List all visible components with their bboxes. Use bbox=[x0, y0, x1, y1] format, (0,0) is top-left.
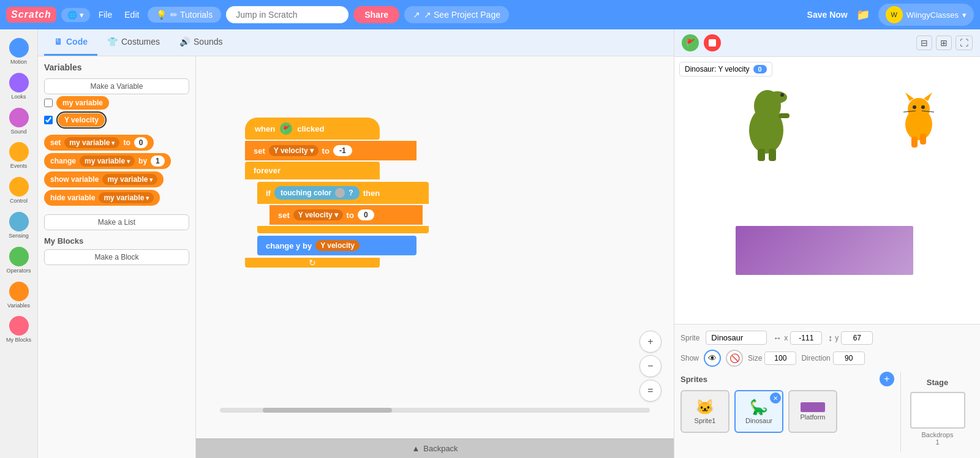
sprite-name-input[interactable] bbox=[706, 331, 767, 345]
svg-rect-6 bbox=[778, 113, 790, 118]
platform-icon bbox=[801, 402, 825, 412]
tab-code[interactable]: 🖥 Code bbox=[44, 29, 97, 56]
svg-point-3 bbox=[780, 93, 784, 97]
block-panel-title: Variables bbox=[44, 62, 189, 72]
shrink-stage-button[interactable]: ⊟ bbox=[916, 36, 932, 50]
if-block-header[interactable]: if touching color ? then bbox=[257, 182, 429, 204]
show-visible-button[interactable]: 👁 bbox=[704, 350, 721, 367]
stage-side-label: Stage bbox=[927, 378, 948, 387]
share-button[interactable]: Share bbox=[353, 6, 399, 23]
change-var-dropdown-icon bbox=[127, 157, 130, 165]
project-name-input[interactable] bbox=[226, 6, 349, 23]
sprite-item-platform[interactable]: Platform bbox=[788, 390, 837, 433]
clicked-label: clicked bbox=[297, 124, 324, 133]
see-project-button[interactable]: ↗ ↗ See Project Page bbox=[404, 6, 509, 23]
sidebar-item-myblocks[interactable]: My Blocks bbox=[1, 312, 37, 347]
yvel2-dropdown-icon: ▾ bbox=[334, 211, 338, 219]
tab-sounds[interactable]: 🔊 Sounds bbox=[170, 29, 232, 56]
horizontal-scrollbar[interactable] bbox=[220, 408, 650, 413]
platform-sprite bbox=[736, 226, 913, 275]
tutorials-button[interactable]: 💡 ✏ Tutorials bbox=[148, 7, 221, 23]
backpack-arrow-icon: ▲ bbox=[412, 444, 420, 453]
control-dot bbox=[9, 177, 29, 197]
add-sprite-button[interactable]: + bbox=[880, 372, 894, 386]
my-blocks-title: My Blocks bbox=[44, 236, 189, 246]
sprite-list-header: Sprites + bbox=[680, 372, 894, 386]
svg-point-8 bbox=[908, 98, 930, 120]
change-y-block[interactable]: change y by Y velocity bbox=[257, 236, 417, 255]
yvelocity-var-pill: Y velocity ▾ bbox=[269, 145, 318, 156]
code-area: when 🚩 clicked set Y velocity ▾ to -1 bbox=[196, 56, 674, 458]
save-now-button[interactable]: Save Now bbox=[807, 10, 848, 20]
dinosaur-sprite bbox=[736, 75, 797, 163]
change-block[interactable]: change my variable by 1 bbox=[44, 153, 171, 169]
edit-menu[interactable]: Edit bbox=[121, 7, 143, 22]
code-icon: 🖥 bbox=[54, 37, 62, 47]
show-row: Show 👁 🚫 Size Direction bbox=[680, 350, 974, 367]
scratch-logo[interactable]: Scratch bbox=[6, 7, 56, 23]
make-block-button[interactable]: Make a Block bbox=[44, 249, 189, 265]
backpack-bar[interactable]: ▲ Backpack bbox=[196, 438, 674, 458]
hide-variable-block[interactable]: hide variable my variable bbox=[44, 190, 160, 206]
yvelocity-checkbox[interactable] bbox=[44, 116, 53, 124]
set-block-row: set my variable to 0 bbox=[44, 135, 189, 151]
set-yvelocity-block[interactable]: set Y velocity ▾ to -1 bbox=[245, 141, 417, 160]
file-menu[interactable]: File bbox=[95, 7, 116, 22]
set-yvel-0-block[interactable]: set Y velocity ▾ to 0 bbox=[270, 205, 423, 225]
sidebar-item-variables[interactable]: Variables bbox=[1, 278, 37, 313]
x-input[interactable] bbox=[790, 331, 822, 345]
globe-button[interactable]: 🌐 ▾ bbox=[61, 8, 90, 22]
sprite-item-dinosaur[interactable]: ✕ 🦕 Dinosaur bbox=[734, 390, 783, 433]
sidebar-item-events[interactable]: Events bbox=[1, 138, 37, 173]
svg-rect-4 bbox=[758, 149, 765, 161]
sidebar-item-sound[interactable]: Sound bbox=[1, 104, 37, 139]
green-flag-button[interactable]: 🚩 bbox=[682, 34, 699, 51]
backdrop-thumbnail[interactable] bbox=[910, 392, 965, 429]
forever-header[interactable]: forever bbox=[245, 162, 380, 179]
yvel-dropdown-icon: ▾ bbox=[310, 146, 314, 155]
topnav: Scratch 🌐 ▾ File Edit 💡 ✏ Tutorials Shar… bbox=[0, 0, 980, 29]
sidebar-item-sensing[interactable]: Sensing bbox=[1, 208, 37, 243]
show-hidden-button[interactable]: 🚫 bbox=[726, 350, 743, 367]
sprite-list: 🐱 Sprite1 ✕ 🦕 Dinosaur Platform bbox=[680, 390, 894, 433]
user-menu[interactable]: W WiingyClasses ▾ bbox=[878, 4, 974, 26]
sidebar-item-looks[interactable]: Looks bbox=[1, 69, 37, 104]
direction-input[interactable] bbox=[833, 351, 865, 365]
variable-row-myvar: my variable bbox=[44, 96, 189, 110]
make-variable-button[interactable]: Make a Variable bbox=[44, 78, 189, 94]
hat-block[interactable]: when 🚩 clicked bbox=[245, 118, 380, 140]
zoom-in-button[interactable]: + bbox=[639, 331, 662, 353]
sidebar-item-control[interactable]: Control bbox=[1, 173, 37, 208]
zoom-reset-button[interactable]: = bbox=[639, 380, 662, 402]
tab-costumes[interactable]: 👕 Costumes bbox=[97, 29, 170, 56]
sidebar-item-operators[interactable]: Operators bbox=[1, 243, 37, 278]
touching-color-pill: touching color ? bbox=[274, 186, 360, 200]
dino-icon: 🦕 bbox=[750, 399, 768, 416]
code-canvas[interactable]: when 🚩 clicked set Y velocity ▾ to -1 bbox=[196, 56, 674, 438]
sidebar-item-motion[interactable]: Motion bbox=[1, 34, 37, 69]
myvar-block[interactable]: my variable bbox=[56, 96, 109, 110]
expand-stage-button[interactable]: ⊞ bbox=[936, 36, 952, 50]
size-input[interactable] bbox=[764, 351, 796, 365]
y-input[interactable] bbox=[841, 331, 873, 345]
zoom-out-button[interactable]: − bbox=[639, 355, 662, 377]
show-variable-block[interactable]: show variable my variable bbox=[44, 171, 164, 187]
set-block[interactable]: set my variable to 0 bbox=[44, 135, 154, 151]
variables-dot bbox=[9, 282, 29, 301]
to2-label: to bbox=[347, 211, 354, 220]
delete-dinosaur-button[interactable]: ✕ bbox=[770, 392, 781, 404]
myvar-checkbox[interactable] bbox=[44, 99, 53, 107]
sprite-item-sprite1[interactable]: 🐱 Sprite1 bbox=[680, 390, 729, 433]
sprite-info-panel: Sprite ↔ x ↕ y Show 👁 🚫 Size bbox=[674, 324, 980, 458]
stop-button[interactable] bbox=[704, 34, 721, 51]
scrollbar-thumb bbox=[263, 408, 392, 413]
folder-button[interactable]: 📁 bbox=[853, 8, 873, 21]
size-label: Size bbox=[748, 354, 762, 362]
svg-rect-15 bbox=[911, 137, 918, 148]
make-list-button[interactable]: Make a List bbox=[44, 214, 189, 230]
fullscreen-button[interactable]: ⛶ bbox=[956, 36, 973, 50]
forever-footer: ↻ bbox=[245, 258, 380, 268]
looks-dot bbox=[9, 73, 29, 92]
svg-rect-16 bbox=[920, 133, 926, 145]
yvelocity-block[interactable]: Y velocity bbox=[58, 113, 105, 127]
